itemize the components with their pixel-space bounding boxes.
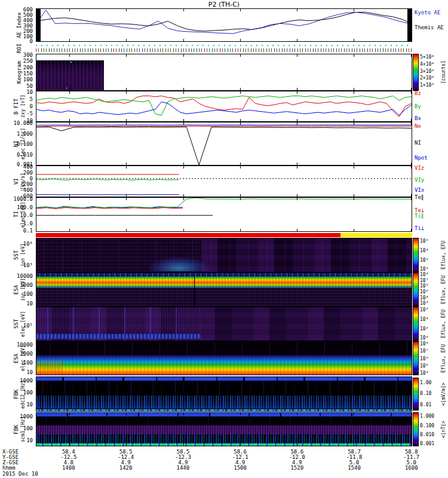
esa-elec-top-speckle xyxy=(36,342,412,355)
ephemeris-row: Y-GSE-12.5-12.4-12.3-12.1-12.0-11.8-11.7 xyxy=(0,454,448,459)
series-Ti∥ xyxy=(36,198,412,208)
tick-label: 0.010 xyxy=(420,432,434,437)
tick-label: 0 xyxy=(30,38,33,44)
esa-ion-colorbar-ticks: 10⁸10⁷10⁶10⁵10⁴10³ xyxy=(420,272,440,307)
sst-elec-colorbar-ticks: 10⁶10⁴10²10⁰ xyxy=(420,307,440,341)
x-tick xyxy=(411,91,412,94)
x-tick xyxy=(411,119,412,121)
ephemeris-value: 1500 xyxy=(234,465,247,471)
sst-elec-spectrogram xyxy=(36,307,412,341)
esa-elec-spectrogram xyxy=(36,341,412,375)
ae-data-gap-bar-left xyxy=(36,9,41,41)
page-title: P2 (TH-C) xyxy=(0,1,448,8)
tick-label: 10⁴ xyxy=(420,295,428,300)
tick-label: 200 xyxy=(23,65,33,71)
x-tick xyxy=(240,9,241,11)
tick-label: 10⁰ xyxy=(420,335,428,341)
keogram-panel xyxy=(36,54,412,91)
tick-label: 100.0 xyxy=(17,204,33,210)
x-tick xyxy=(126,122,127,125)
fbk-edc12-colorbar-ticks: 1.000.100.01 xyxy=(420,378,440,410)
temperature-legend: Te∥Te⊥Ti∥Ti⊥ xyxy=(415,197,447,232)
x-tick xyxy=(240,54,241,57)
x-tick xyxy=(183,198,184,200)
tick-label: 10⁷ xyxy=(420,348,428,353)
sst-ion-right-blocks xyxy=(201,238,412,272)
series-label: Ne xyxy=(415,123,421,129)
x-tick xyxy=(297,88,297,90)
x-tick xyxy=(240,119,241,121)
x-tick xyxy=(354,88,354,90)
x-tick xyxy=(69,54,70,57)
x-tick xyxy=(411,54,412,57)
roi-flag-marker-row xyxy=(36,48,412,52)
x-tick xyxy=(354,122,354,125)
x-tick xyxy=(69,119,70,121)
x-tick xyxy=(183,54,184,57)
keogram-bright-pixel xyxy=(70,62,72,63)
series-label: NI xyxy=(415,140,421,146)
keogram-image-block xyxy=(36,60,104,90)
bfit-ytick-labels: 1050-5-10 xyxy=(0,91,34,122)
x-tick xyxy=(69,163,70,165)
ae-line-plot xyxy=(36,9,412,41)
x-tick xyxy=(183,39,184,41)
x-tick xyxy=(354,9,354,11)
x-tick xyxy=(354,229,354,231)
x-tick xyxy=(183,443,184,446)
x-tick xyxy=(297,229,297,231)
series-label: Themis AE xyxy=(415,24,444,30)
tick-label: 5×10⁴ xyxy=(420,54,434,59)
tick-label: 10⁵ xyxy=(23,323,33,329)
x-tick xyxy=(411,166,412,168)
fbk-scm1-colorbar-ticks: 1.0000.1000.0100.001 xyxy=(420,412,440,446)
tick-label: 10⁴ xyxy=(420,370,428,376)
x-tick xyxy=(354,119,354,121)
esa-ion-gap-line xyxy=(194,273,195,306)
tick-label: 10⁶ xyxy=(420,307,428,312)
ae-legend: Kyoto AEThemis AE xyxy=(415,8,447,42)
x-tick xyxy=(240,122,241,125)
tick-label: 10⁶ xyxy=(420,238,428,243)
x-tick xyxy=(354,166,354,168)
x-tick xyxy=(297,9,297,11)
tick-label: 1000.0 xyxy=(13,196,33,202)
tick-label: 10⁴ xyxy=(420,316,428,321)
temperature-line-plot xyxy=(36,198,412,231)
x-tick xyxy=(126,413,127,415)
roi-strip xyxy=(36,42,412,54)
x-tick xyxy=(183,122,184,125)
roi-cyan-marker-row xyxy=(36,45,412,46)
x-tick xyxy=(126,166,127,168)
x-tick xyxy=(69,413,70,415)
tick-label: -200 xyxy=(20,181,33,187)
series-label: Kyoto AE xyxy=(415,10,440,16)
tick-label: 10⁵ xyxy=(23,262,33,268)
x-tick xyxy=(297,194,297,197)
esa-elec-colorbar xyxy=(413,341,419,375)
x-tick xyxy=(297,39,297,41)
esa-ion-low-speckle xyxy=(36,288,412,306)
esa-elec-ytick-labels: 10000100010010 xyxy=(0,341,34,375)
x-tick xyxy=(240,39,241,41)
x-tick xyxy=(69,122,70,125)
sst-ion-spectrogram xyxy=(36,238,412,272)
x-tick xyxy=(183,163,184,165)
fbk-scm1-colorbar-unit: <|nT|> xyxy=(440,412,447,446)
x-tick xyxy=(411,9,412,11)
tick-label: 0.10 xyxy=(420,391,431,396)
density-panel xyxy=(36,122,412,166)
keogram-colorbar-unit: [counts] xyxy=(440,54,447,91)
series-label: Ti∥ xyxy=(415,213,424,219)
series-Npot xyxy=(36,125,412,125)
tick-label: -5 xyxy=(26,111,33,117)
x-tick xyxy=(411,122,412,125)
series-label: By xyxy=(415,103,421,109)
tick-label: 0.01 xyxy=(420,402,431,407)
x-tick xyxy=(354,443,354,446)
x-tick xyxy=(354,194,354,197)
tick-label: 10 xyxy=(26,369,33,375)
sst-elec-blue-band xyxy=(36,334,201,339)
ephemeris-table: X-GSE58.458.558.558.658.658.758.8Y-GSE-1… xyxy=(0,449,448,470)
tick-label: 10.000 xyxy=(13,120,33,126)
